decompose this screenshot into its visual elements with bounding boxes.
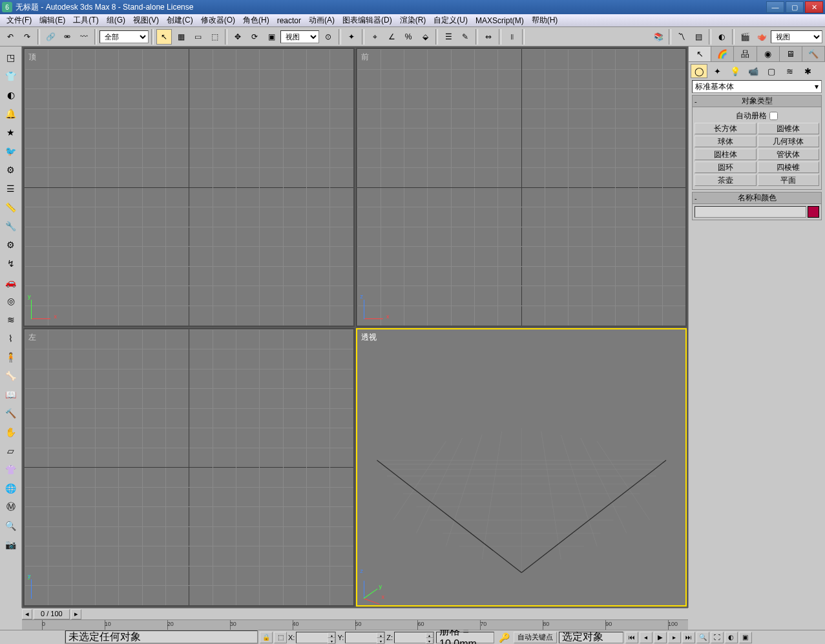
autogrid-checkbox[interactable] (769, 112, 778, 120)
z-spinner[interactable]: ▴▾ (394, 632, 434, 643)
modify-tab[interactable]: 🌈 (711, 47, 734, 61)
lock-button[interactable]: 🔒 (260, 632, 273, 643)
unlink-button[interactable]: ⚮ (59, 29, 75, 45)
reactor-star-icon[interactable]: ★ (2, 123, 20, 141)
selection-filter-combo[interactable]: 全部 (99, 30, 149, 43)
maximize-button[interactable]: ▢ (786, 1, 804, 13)
ref-coord-combo[interactable]: 视图 (280, 30, 319, 43)
close-button[interactable]: ✕ (805, 1, 823, 13)
menu-create[interactable]: 创建(C) (163, 14, 197, 27)
menu-customize[interactable]: 自定义(U) (430, 14, 472, 27)
reactor-globe-icon[interactable]: 🌐 (2, 479, 20, 497)
viewport-top[interactable]: 顶 (23, 48, 355, 327)
bind-spacewarp-button[interactable]: 〰 (76, 29, 92, 45)
fov-button[interactable]: ◐ (725, 632, 738, 643)
undo-button[interactable]: ↶ (3, 29, 18, 45)
time-slider[interactable]: ◂ 0 / 100 ▸ (22, 608, 688, 619)
menu-reactor[interactable]: reactor (273, 15, 305, 26)
reactor-bird-icon[interactable]: 🐦 (2, 142, 20, 160)
reactor-camera-icon[interactable]: 📷 (2, 535, 20, 554)
timeline[interactable]: 0102030405060708090100 (22, 619, 688, 630)
zoom-extents-button[interactable]: ▣ (739, 632, 752, 643)
reactor-joint-icon[interactable]: ↯ (2, 254, 20, 273)
x-spinner[interactable]: ▴▾ (296, 632, 336, 643)
display-tab[interactable]: 🖥 (780, 47, 802, 61)
menu-rendering[interactable]: 渲染(R) (396, 14, 430, 27)
reactor-water-icon[interactable]: ≋ (2, 311, 20, 329)
pivot-button[interactable]: ⊙ (320, 29, 336, 45)
snap-spinner-button[interactable]: ⬙ (417, 29, 433, 45)
cameras-subtab[interactable]: 📹 (745, 64, 762, 78)
sphere-button[interactable]: 球体 (694, 136, 757, 147)
object-color-swatch[interactable] (808, 206, 819, 218)
select-button[interactable]: ↖ (156, 29, 172, 45)
menu-modifiers[interactable]: 修改器(O) (197, 14, 239, 27)
helpers-subtab[interactable]: ▢ (763, 64, 780, 78)
reactor-wheel-icon[interactable]: ◎ (2, 292, 20, 310)
reactor-tshirt-icon[interactable]: 👚 (2, 461, 20, 479)
next-frame-button[interactable]: ▸ (668, 632, 681, 643)
menu-tools[interactable]: 工具(T) (69, 14, 102, 27)
hierarchy-tab[interactable]: 品 (734, 47, 757, 61)
zoom-all-button[interactable]: ⛶ (711, 632, 724, 643)
tube-button[interactable]: 管状体 (758, 149, 820, 160)
reactor-book-icon[interactable]: 📖 (2, 386, 20, 404)
reactor-person-icon[interactable]: 🧍 (2, 348, 20, 366)
cylinder-button[interactable]: 圆柱体 (694, 149, 757, 160)
y-spinner[interactable]: ▴▾ (345, 632, 385, 643)
pyramid-button[interactable]: 四棱锥 (758, 161, 820, 173)
named-sel-edit-button[interactable]: ✎ (457, 29, 473, 45)
reactor-stack-icon[interactable]: ☰ (2, 180, 20, 198)
reactor-link-icon[interactable]: ⚙ (2, 161, 20, 179)
minimize-button[interactable]: — (766, 1, 784, 13)
viewport-left[interactable]: 左 (23, 328, 355, 607)
geometry-subtab[interactable]: ◯ (691, 64, 707, 78)
align-button[interactable]: ⫴ (504, 29, 519, 45)
utilities-tab[interactable]: 🔨 (802, 47, 825, 61)
lights-subtab[interactable]: 💡 (727, 64, 744, 78)
move-button[interactable]: ✥ (230, 29, 245, 45)
reactor-zoom-icon[interactable]: 🔍 (2, 517, 20, 535)
menu-group[interactable]: 组(G) (103, 14, 129, 27)
manipulate-button[interactable]: ✦ (344, 29, 359, 45)
name-color-rollout-header[interactable]: -名称和颜色 (693, 192, 821, 204)
spacewarps-subtab[interactable]: ≋ (781, 64, 798, 78)
time-slider-thumb[interactable]: 0 / 100 (34, 609, 70, 619)
primitive-type-combo[interactable]: 标准基本体▾ (692, 80, 822, 93)
torus-button[interactable]: 圆环 (694, 161, 757, 173)
menu-views[interactable]: 视图(V) (129, 14, 163, 27)
plane-button[interactable]: 平面 (758, 174, 820, 186)
menu-maxscript[interactable]: MAXScript(M) (472, 15, 528, 26)
reactor-plane-icon[interactable]: ▱ (2, 442, 20, 460)
object-type-rollout-header[interactable]: -对象类型 (693, 96, 821, 107)
reactor-shirt-icon[interactable]: 👕 (2, 67, 20, 85)
geosphere-button[interactable]: 几何球体 (758, 136, 820, 147)
reactor-hammer-icon[interactable]: 🔨 (2, 404, 20, 422)
systems-subtab[interactable]: ✱ (799, 64, 816, 78)
reactor-car-icon[interactable]: 🚗 (2, 273, 20, 291)
reactor-top-icon[interactable]: 🔔 (2, 105, 20, 123)
zoom-button[interactable]: 🔍 (696, 632, 709, 643)
curve-editor-button[interactable]: 〽 (674, 29, 689, 45)
reactor-ruler-icon[interactable]: 📏 (2, 198, 20, 216)
redo-button[interactable]: ↷ (19, 29, 35, 45)
mirror-button[interactable]: ⇔ (481, 29, 496, 45)
reactor-wrench-icon[interactable]: 🔧 (2, 217, 20, 235)
selection-lock-button[interactable]: ⬚ (274, 632, 287, 643)
schematic-button[interactable]: ▤ (691, 29, 706, 45)
menu-animation[interactable]: 动画(A) (305, 14, 339, 27)
autokey-button[interactable]: 自动关键点 (514, 632, 557, 643)
reactor-sphere-icon[interactable]: ◐ (2, 86, 20, 104)
prev-frame-button[interactable]: ◂ (640, 632, 653, 643)
menu-grapheditors[interactable]: 图表编辑器(D) (339, 14, 396, 27)
menu-file[interactable]: 文件(F) (3, 14, 36, 27)
menu-edit[interactable]: 编辑(E) (36, 14, 69, 27)
object-name-input[interactable] (694, 206, 806, 218)
reactor-gear-icon[interactable]: ⚙ (2, 236, 20, 254)
time-next-button[interactable]: ▸ (71, 609, 81, 619)
viewport-perspective[interactable]: 透视 z x y (356, 328, 687, 607)
reactor-bone-icon[interactable]: 🦴 (2, 367, 20, 385)
reactor-m-icon[interactable]: Ⓜ (2, 498, 20, 516)
snap-2d-button[interactable]: ⌖ (367, 29, 382, 45)
viewport-front[interactable]: 前 (356, 48, 687, 327)
